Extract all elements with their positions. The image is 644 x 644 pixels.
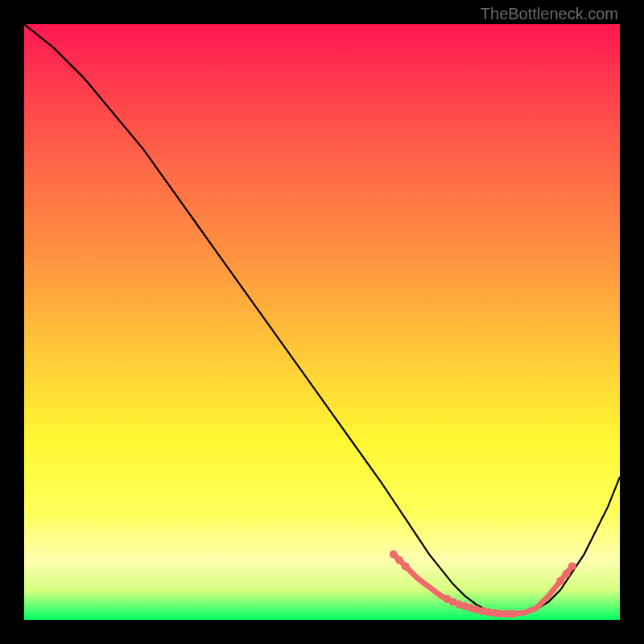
highlight-dot xyxy=(390,551,398,559)
highlight-dot xyxy=(509,610,517,618)
chart-area xyxy=(24,24,620,620)
chart-svg xyxy=(24,24,620,620)
highlight-dots xyxy=(390,551,576,618)
highlight-dot xyxy=(402,562,410,570)
watermark-text: TheBottleneck.com xyxy=(481,5,618,23)
highlight-dot xyxy=(556,577,564,585)
highlight-line xyxy=(394,555,572,614)
highlight-dot xyxy=(562,570,570,578)
highlight-dot xyxy=(568,562,576,570)
curve-line xyxy=(24,24,620,614)
highlight-dot xyxy=(395,556,403,564)
